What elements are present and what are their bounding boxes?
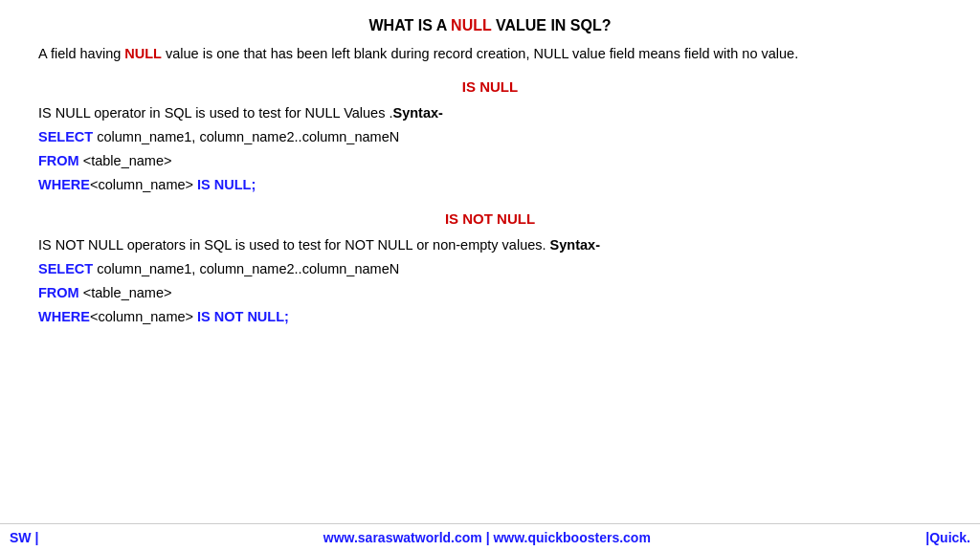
is-null-from: FROM [38,153,79,168]
is-null-columns: column_name1, column_name2..column_nameN [93,129,399,144]
title-prefix: WHAT IS A [368,17,451,33]
is-null-line2: FROM <table_name> [38,150,942,172]
is-not-null-line1: SELECT column_name1, column_name2..colum… [38,258,942,280]
is-null-line3: WHERE<column_name> IS NULL; [38,174,942,196]
footer: SW | www.saraswatworld.com | www.quickbo… [0,523,980,551]
footer-left: SW | [10,530,38,545]
main-title: WHAT IS A NULL VALUE IN SQL? [38,17,942,34]
is-not-null-operator: IS NOT NULL; [193,309,289,324]
is-null-line1: SELECT column_name1, column_name2..colum… [38,126,942,148]
is-not-null-columns: column_name1, column_name2..column_nameN [93,261,399,276]
title-suffix: VALUE IN SQL? [491,17,611,33]
is-not-null-select: SELECT [38,261,93,276]
is-null-desc-bold: Syntax- [392,105,442,121]
is-not-null-colname: <column_name> [90,309,193,324]
is-not-null-table: <table_name> [79,285,172,300]
main-content: WHAT IS A NULL VALUE IN SQL? A field hav… [0,0,980,351]
is-not-null-desc-bold: Syntax- [550,237,600,253]
is-not-null-where: WHERE [38,309,90,324]
intro-null: NULL [124,46,162,61]
is-not-null-section: IS NOT NULL IS NOT NULL operators in SQL… [38,210,942,329]
is-not-null-line3: WHERE<column_name> IS NOT NULL; [38,306,942,328]
is-null-table: <table_name> [79,153,172,168]
is-null-where: WHERE [38,177,90,192]
is-null-desc: IS NULL operator in SQL is used to test … [38,102,942,124]
is-null-title: IS NULL [38,78,942,95]
is-not-null-desc: IS NOT NULL operators in SQL is used to … [38,234,942,256]
intro-suffix: value is one that has been left blank du… [162,46,798,61]
is-null-section: IS NULL IS NULL operator in SQL is used … [38,78,942,197]
intro-prefix: A field having [38,46,124,61]
is-not-null-title: IS NOT NULL [38,210,942,227]
intro-paragraph: A field having NULL value is one that ha… [38,44,942,65]
title-null: NULL [451,17,491,33]
footer-center: www.saraswatworld.com | www.quickbooster… [48,530,925,545]
footer-right: |Quick. [925,530,970,545]
is-null-desc-prefix: IS NULL operator in SQL is used to test … [38,105,392,121]
is-null-select: SELECT [38,129,93,144]
is-null-colname: <column_name> [90,177,193,192]
is-not-null-desc-prefix: IS NOT NULL operators in SQL is used to … [38,237,550,253]
is-not-null-line2: FROM <table_name> [38,282,942,304]
is-null-operator: IS NULL; [193,177,256,192]
is-not-null-from: FROM [38,285,79,300]
